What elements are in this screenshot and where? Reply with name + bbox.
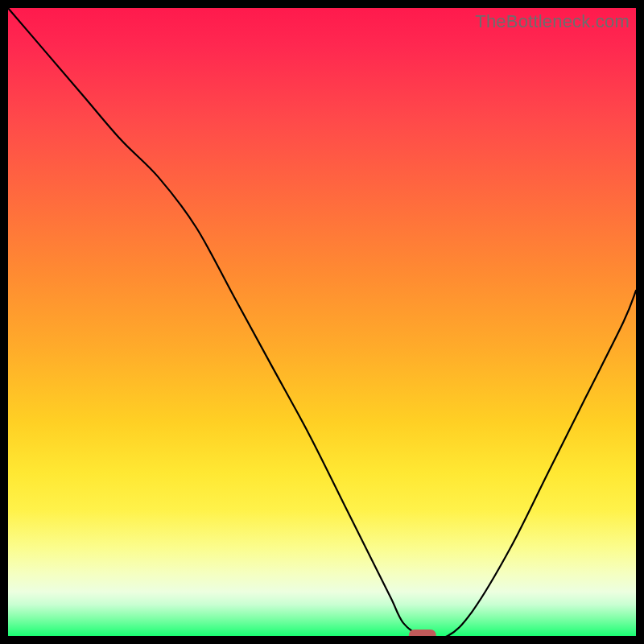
bottleneck-curve-path (8, 8, 636, 636)
chart-frame: TheBottleneck.com (0, 0, 644, 644)
optimal-marker (409, 630, 436, 636)
curve-layer (8, 8, 636, 636)
plot-area: TheBottleneck.com (8, 8, 636, 636)
